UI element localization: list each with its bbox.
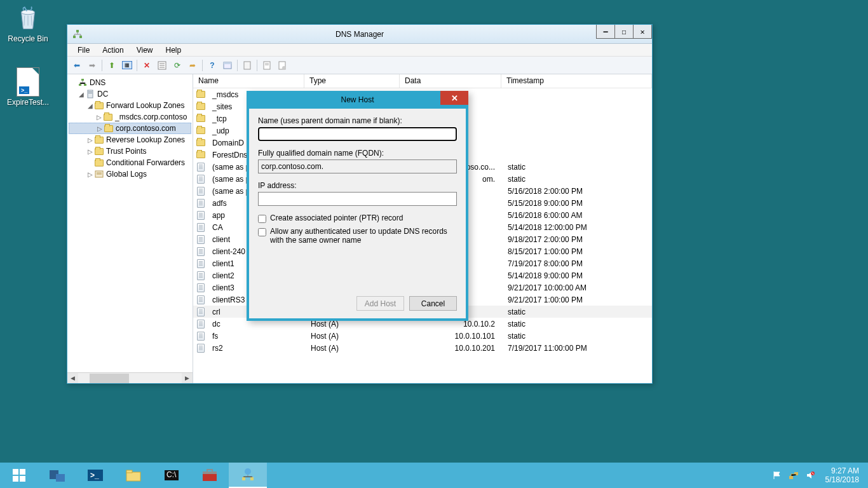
cell-timestamp: static: [503, 320, 652, 329]
refresh-button[interactable]: ⟳: [170, 58, 184, 72]
task-toolbox[interactable]: [191, 463, 229, 488]
new-record-2-button[interactable]: [275, 58, 289, 72]
flag-icon[interactable]: [772, 470, 782, 480]
svg-rect-19: [88, 90, 93, 98]
svg-rect-25: [13, 469, 18, 475]
record-icon: [197, 320, 205, 329]
close-button[interactable]: ✕: [633, 25, 652, 39]
svg-rect-18: [84, 84, 86, 86]
allow-update-checkbox[interactable]: [258, 228, 266, 236]
export-button[interactable]: ➦: [186, 58, 200, 72]
menu-action[interactable]: Action: [96, 44, 130, 56]
record-icon: [197, 271, 205, 280]
svg-rect-2: [73, 36, 76, 38]
svg-point-0: [22, 10, 35, 15]
dialog-close-button[interactable]: ✕: [440, 91, 468, 105]
volume-icon[interactable]: [805, 470, 815, 480]
scroll-thumb[interactable]: [90, 374, 129, 383]
list-header: Name Type Data Timestamp: [193, 74, 652, 88]
svg-rect-16: [81, 79, 84, 81]
cancel-button[interactable]: Cancel: [409, 296, 457, 311]
task-explorer[interactable]: [114, 463, 153, 488]
tree-hscroll[interactable]: ◀ ▶: [67, 372, 193, 383]
tree-global-logs[interactable]: ▷Global Logs: [69, 168, 191, 180]
minimize-button[interactable]: —: [596, 25, 615, 39]
tree-trust-points[interactable]: ▷Trust Points: [69, 146, 191, 157]
scroll-left-button[interactable]: ◀: [67, 373, 78, 384]
menubar: File Action View Help: [67, 44, 652, 57]
task-server-manager[interactable]: [38, 463, 76, 488]
scroll-right-button[interactable]: ▶: [182, 373, 193, 384]
start-button[interactable]: [0, 463, 38, 488]
cell-timestamp: static: [503, 175, 652, 184]
maximize-button[interactable]: ☐: [614, 25, 634, 39]
ps1-file[interactable]: ExpireTest...: [4, 67, 52, 107]
ptr-checkbox[interactable]: [258, 215, 266, 223]
svg-rect-30: [56, 474, 65, 482]
task-powershell[interactable]: >_: [76, 463, 114, 488]
list-row[interactable]: fsHost (A)10.0.10.101static: [193, 330, 652, 342]
ip-input[interactable]: [258, 192, 457, 206]
filter-button[interactable]: [220, 58, 234, 72]
svg-rect-39: [207, 470, 212, 472]
new-record-button[interactable]: [260, 58, 274, 72]
back-button[interactable]: ⬅: [70, 58, 84, 72]
tree-dns-root[interactable]: DNS: [69, 77, 191, 88]
svg-rect-10: [244, 62, 250, 69]
network-icon[interactable]: [789, 470, 799, 480]
tree-rlz[interactable]: ▷Reverse Lookup Zones: [69, 134, 191, 146]
cell-timestamp: 9/21/2017 1:00:00 PM: [503, 295, 652, 304]
forward-button[interactable]: ➡: [85, 58, 99, 72]
folder-icon: [95, 102, 104, 109]
menu-file[interactable]: File: [71, 44, 96, 56]
system-tray: 9:27 AM 5/18/2018: [767, 463, 868, 488]
tree-pane[interactable]: DNS ◢DC ◢Forward Lookup Zones ▷_msdcs.co…: [67, 74, 193, 383]
cell-timestamp: 5/14/2018 9:00:00 PM: [503, 271, 652, 280]
app-icon: [72, 29, 83, 39]
tree-corp-contoso-zone[interactable]: ▷corp.contoso.com: [69, 123, 191, 134]
new-host-dialog: New Host ✕ Name (uses parent domain name…: [247, 91, 468, 321]
delete-button[interactable]: ✕: [140, 58, 154, 72]
col-type[interactable]: Type: [304, 74, 400, 88]
new-zone-button[interactable]: [240, 58, 254, 72]
tree-flz[interactable]: ◢Forward Lookup Zones: [69, 100, 191, 111]
menu-view[interactable]: View: [130, 44, 159, 56]
task-dns-manager[interactable]: [229, 463, 267, 488]
task-cmd[interactable]: C:\: [153, 463, 191, 488]
list-row[interactable]: rs2Host (A)10.0.10.2017/19/2017 11:00:00…: [193, 342, 652, 354]
show-hide-button[interactable]: ▦: [120, 58, 134, 72]
col-data[interactable]: Data: [400, 74, 501, 88]
record-icon: [197, 223, 205, 232]
properties-button[interactable]: [155, 58, 169, 72]
folder-icon: [196, 103, 205, 110]
folder-icon: [196, 115, 205, 122]
folder-icon: [196, 127, 205, 134]
add-host-button[interactable]: Add Host: [356, 296, 404, 311]
titlebar[interactable]: DNS Manager — ☐ ✕: [67, 25, 652, 44]
cell-timestamp: 8/15/2017 1:00:00 PM: [503, 247, 652, 256]
tree-server[interactable]: ◢DC: [69, 88, 191, 100]
menu-help[interactable]: Help: [159, 44, 188, 56]
dns-icon: [78, 78, 88, 88]
help-button[interactable]: ?: [205, 58, 219, 72]
tree-msdcs-zone[interactable]: ▷_msdcs.corp.contoso: [69, 111, 191, 123]
dialog-titlebar[interactable]: New Host ✕: [247, 91, 468, 109]
record-icon: [197, 187, 205, 196]
cell-timestamp: 5/15/2018 9:00:00 PM: [503, 199, 652, 208]
up-button[interactable]: ⬆: [105, 58, 119, 72]
recycle-bin[interactable]: Recycle Bin: [4, 3, 52, 43]
cell-data: 10.0.10.101: [401, 332, 503, 341]
record-icon: [197, 163, 205, 172]
server-icon: [85, 89, 95, 99]
name-input[interactable]: [258, 127, 457, 141]
col-name[interactable]: Name: [193, 74, 304, 88]
cell-timestamp: 7/19/2017 8:00:00 PM: [503, 259, 652, 268]
col-timestamp[interactable]: Timestamp: [501, 74, 652, 88]
svg-rect-34: [126, 470, 132, 473]
folder-icon: [196, 139, 205, 146]
folder-icon: [196, 91, 205, 98]
record-icon: [197, 211, 205, 220]
clock[interactable]: 9:27 AM 5/18/2018: [822, 466, 863, 484]
tree-conditional-fwd[interactable]: Conditional Forwarders: [69, 157, 191, 168]
recycle-bin-icon: [13, 3, 43, 33]
